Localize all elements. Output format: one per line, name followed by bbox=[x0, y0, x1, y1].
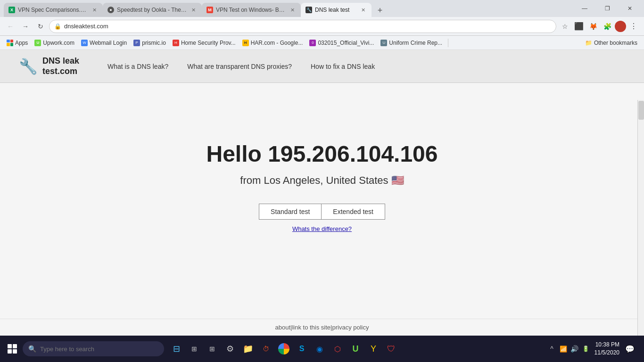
bookmark-star-icon[interactable]: ☆ bbox=[558, 20, 571, 33]
bookmark-favicon-home-security: H bbox=[173, 40, 179, 46]
bookmark-label-prismic: prismic.io bbox=[142, 40, 166, 46]
norton-icon[interactable]: Y bbox=[365, 340, 382, 357]
bookmark-prismic[interactable]: P prismic.io bbox=[131, 38, 169, 48]
taskbar-search[interactable]: 🔍 bbox=[23, 341, 164, 356]
windows-logo-icon bbox=[8, 344, 17, 354]
security-lock-icon: 🔒 bbox=[54, 23, 61, 30]
browser-toolbar: ← → ↻ 🔒 dnsleaktest.com ☆ ⬛ 🦊 🧩 ⋮ bbox=[0, 17, 644, 36]
back-button[interactable]: ← bbox=[4, 20, 17, 33]
vpn-icon[interactable]: ⬡ bbox=[329, 340, 346, 357]
tab-title-4: DNS leak test bbox=[315, 7, 356, 13]
settings-icon[interactable]: ⚙ bbox=[222, 340, 239, 357]
upwork-taskbar-icon[interactable]: U bbox=[347, 340, 364, 357]
bookmark-favicon-webmail: W bbox=[81, 40, 88, 46]
logo-faucet-icon: 🔧 bbox=[19, 58, 38, 75]
url-display: dnsleaktest.com bbox=[64, 23, 551, 30]
logo-text: DNS leak test.com bbox=[42, 56, 79, 76]
network-icon[interactable]: 📶 bbox=[559, 344, 568, 354]
browser-titlebar: X VPN Spec Comparisons.xlsx - Go... ✕ ● … bbox=[0, 0, 644, 17]
new-tab-button[interactable]: + bbox=[373, 4, 387, 17]
bookmark-label-upwork: Upwork.com bbox=[43, 40, 74, 46]
extended-test-button[interactable]: Extended test bbox=[321, 204, 385, 220]
firefox-icon[interactable]: 🦊 bbox=[586, 20, 600, 33]
taskbar-view-icon[interactable]: ⊞ bbox=[186, 340, 203, 357]
profile-avatar[interactable] bbox=[615, 21, 626, 32]
bookmark-label-uniform-crime: Uniform Crime Rep... bbox=[389, 40, 442, 46]
tab-close-4[interactable]: ✕ bbox=[359, 6, 367, 14]
files-icon[interactable]: 📁 bbox=[239, 340, 256, 357]
battery-icon[interactable]: 🔋 bbox=[581, 344, 591, 354]
bookmark-uniform-crime[interactable]: U Uniform Crime Rep... bbox=[378, 38, 445, 48]
scrollbar-thumb[interactable] bbox=[638, 101, 644, 120]
timer-icon[interactable]: ⏱ bbox=[257, 340, 274, 357]
bookmark-apps[interactable]: Apps bbox=[4, 38, 31, 48]
bookmark-favicon-uniform-crime: U bbox=[380, 40, 387, 46]
store-icon[interactable]: ⊞ bbox=[204, 340, 221, 357]
refresh-button[interactable]: ↻ bbox=[34, 20, 47, 33]
scrollbar[interactable] bbox=[637, 100, 644, 336]
system-clock[interactable]: 10:38 PM 11/5/2020 bbox=[594, 341, 619, 357]
toolbar-icons: ☆ ⬛ 🦊 🧩 ⋮ bbox=[558, 20, 640, 33]
edge-icon[interactable]: ◉ bbox=[311, 340, 328, 357]
task-view-icon[interactable]: ⊟ bbox=[168, 340, 185, 357]
standard-test-button[interactable]: Standard test bbox=[259, 204, 321, 220]
tab-close-2[interactable]: ✕ bbox=[190, 6, 197, 14]
bookmark-webmail[interactable]: W Webmail Login bbox=[78, 38, 130, 48]
address-bar[interactable]: 🔒 dnsleaktest.com bbox=[49, 20, 556, 33]
minimize-button[interactable]: — bbox=[574, 1, 595, 16]
test-buttons: Standard test Extended test bbox=[259, 204, 385, 220]
menu-icon[interactable]: ⋮ bbox=[627, 20, 640, 33]
bookmark-other-folders[interactable]: 📁 Other bookmarks bbox=[582, 38, 640, 48]
bookmark-upwork[interactable]: U Upwork.com bbox=[32, 38, 77, 48]
greeting-heading: Hello 195.206.104.106 bbox=[206, 141, 438, 167]
tab-favicon-1: X bbox=[8, 7, 15, 13]
tab-strip: X VPN Spec Comparisons.xlsx - Go... ✕ ● … bbox=[4, 0, 570, 17]
bookmark-favicon-upwork: U bbox=[34, 40, 41, 46]
close-button[interactable]: ✕ bbox=[619, 1, 640, 16]
bookmark-label-home-security: Home Security Prov... bbox=[181, 40, 236, 46]
extensions-icon[interactable]: 🧩 bbox=[601, 20, 614, 33]
clock-date: 11/5/2020 bbox=[594, 349, 619, 357]
clock-time: 10:38 PM bbox=[594, 341, 619, 349]
antivirus-icon[interactable]: 🛡 bbox=[383, 340, 400, 357]
start-button[interactable] bbox=[4, 340, 21, 357]
bookmark-label-other: Other bookmarks bbox=[594, 40, 637, 46]
search-input[interactable] bbox=[40, 346, 158, 353]
bookmark-label-webmail: Webmail Login bbox=[90, 40, 127, 46]
tab-title-1: VPN Spec Comparisons.xlsx - Go... bbox=[18, 7, 88, 13]
taskbar: 🔍 ⊟ ⊞ ⊞ ⚙ 📁 ⏱ S ◉ ⬡ U Y 🛡 ^ 📶 🔊 bbox=[0, 336, 644, 362]
main-content: Hello 195.206.104.106 from Los Angeles, … bbox=[0, 83, 644, 319]
bookmark-label-032015: 032015_Official_Vivi... bbox=[318, 40, 374, 46]
forward-button[interactable]: → bbox=[19, 20, 32, 33]
chrome-cast-icon[interactable]: ⬛ bbox=[572, 20, 586, 33]
nav-link-how-to-fix[interactable]: How to fix a DNS leak bbox=[311, 63, 375, 70]
bookmark-har[interactable]: H HAR.com - Google... bbox=[239, 38, 306, 48]
bookmarks-divider bbox=[448, 39, 448, 47]
whats-difference-link[interactable]: Whats the difference? bbox=[292, 225, 352, 232]
show-hidden-icon[interactable]: ^ bbox=[547, 344, 557, 354]
site-navigation: 🔧 DNS leak test.com What is a DNS leak? … bbox=[0, 50, 644, 83]
chrome-taskbar-icon[interactable] bbox=[278, 343, 289, 354]
tab-favicon-2: ● bbox=[107, 7, 114, 13]
tab-dns-leak[interactable]: 🔧 DNS leak test ✕ bbox=[301, 3, 372, 17]
location-text: from Los Angeles, United States 🇺🇸 bbox=[240, 174, 404, 187]
tab-vpn-bitdefender[interactable]: M VPN Test on Windows- Bitdefend... ✕ bbox=[202, 3, 301, 17]
bookmark-home-security[interactable]: H Home Security Prov... bbox=[170, 38, 239, 48]
nav-link-transparent-dns[interactable]: What are transparent DNS proxies? bbox=[187, 63, 292, 70]
nav-link-what-is-dns[interactable]: What is a DNS leak? bbox=[107, 63, 168, 70]
footer-about-link[interactable]: about bbox=[275, 324, 290, 331]
skype-icon[interactable]: S bbox=[293, 340, 310, 357]
maximize-button[interactable]: ❐ bbox=[597, 1, 618, 16]
bookmark-032015[interactable]: 0 032015_Official_Vivi... bbox=[306, 38, 377, 48]
footer-link-to-site[interactable]: link to this site bbox=[292, 324, 330, 331]
volume-icon[interactable]: 🔊 bbox=[570, 344, 579, 354]
tab-close-3[interactable]: ✕ bbox=[289, 6, 296, 14]
bookmark-label-har: HAR.com - Google... bbox=[251, 40, 303, 46]
tab-vpn-comparisons[interactable]: X VPN Spec Comparisons.xlsx - Go... ✕ bbox=[4, 3, 103, 17]
bookmark-favicon-032015: 0 bbox=[309, 40, 316, 46]
tab-close-1[interactable]: ✕ bbox=[91, 6, 98, 14]
footer-privacy-policy-link[interactable]: privacy policy bbox=[332, 324, 369, 331]
tray-icons: ^ 📶 🔊 🔋 bbox=[547, 344, 591, 354]
tab-speedtest[interactable]: ● Speedtest by Ookla - The Global ... ✕ bbox=[103, 3, 202, 17]
notification-icon[interactable]: 💬 bbox=[623, 342, 636, 355]
